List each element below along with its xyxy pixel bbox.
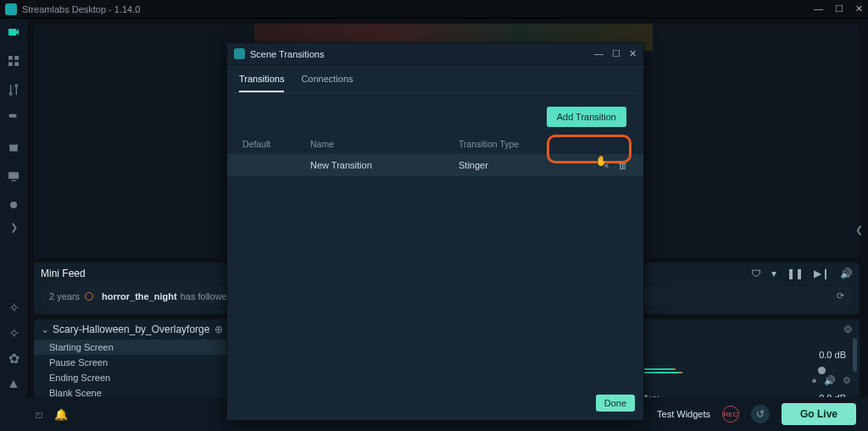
event-age: 2 years xyxy=(49,291,80,301)
done-button[interactable]: Done xyxy=(596,395,635,412)
alerts-icon[interactable] xyxy=(7,112,20,125)
app-logo-icon xyxy=(5,3,17,15)
modal-close-icon[interactable]: ✕ xyxy=(629,48,637,59)
delete-icon[interactable]: 🗑 xyxy=(618,159,628,171)
audio-meter xyxy=(626,368,851,373)
modal-maximize-icon[interactable]: ☐ xyxy=(612,48,620,59)
mute-icon[interactable]: 🔊 xyxy=(824,375,836,386)
store-icon[interactable] xyxy=(7,141,20,154)
tune-icon[interactable] xyxy=(7,83,20,97)
svg-point-6 xyxy=(10,202,17,208)
cursor-icon: ✋ xyxy=(595,155,608,167)
dashboard-icon[interactable] xyxy=(7,54,20,68)
modal-minimize-icon[interactable]: — xyxy=(594,48,604,59)
col-name: Name xyxy=(310,139,459,149)
modal-logo-icon xyxy=(234,48,245,59)
window-maximize-icon[interactable]: ☐ xyxy=(835,3,843,14)
skip-icon[interactable]: ▶❙ xyxy=(814,268,830,279)
add-scene-icon[interactable]: ⊕ xyxy=(214,323,223,335)
profile-icon[interactable]: ▲ xyxy=(7,377,20,390)
window-minimize-icon[interactable]: — xyxy=(814,3,823,14)
modal-title: Scene Transitions xyxy=(250,49,324,59)
mixer-gear-icon[interactable]: ⚙ xyxy=(843,375,851,386)
mixer-scrollbar[interactable] xyxy=(853,338,857,395)
tab-connections[interactable]: Connections xyxy=(301,74,353,92)
col-default: Default xyxy=(242,139,310,149)
add-transition-button[interactable]: Add Transition xyxy=(547,107,626,127)
svg-rect-4 xyxy=(8,172,19,179)
svg-rect-5 xyxy=(11,180,15,181)
link-1-icon[interactable]: ✧ xyxy=(7,301,20,314)
link-2-icon[interactable]: ✧ xyxy=(7,326,20,340)
replay-button[interactable]: ↺ xyxy=(751,405,770,423)
pause-icon[interactable]: ❚❚ xyxy=(787,268,804,279)
volume-icon[interactable]: 🔊 xyxy=(840,268,853,279)
transition-row[interactable]: New Transition Stinger ✎ 🗑 xyxy=(227,154,643,176)
modal-titlebar: Scene Transitions — ☐ ✕ xyxy=(227,43,643,65)
notifications-icon[interactable]: 🔔 xyxy=(54,408,68,421)
test-widgets-button[interactable]: Test Widgets xyxy=(657,409,710,419)
shield-icon[interactable]: 🛡 xyxy=(751,268,761,279)
rail-expand-icon[interactable]: ❯ xyxy=(10,222,18,233)
refresh-icon[interactable]: ⟳ xyxy=(837,290,844,301)
settings-icon[interactable]: ✿ xyxy=(7,351,20,365)
transition-type: Stinger xyxy=(459,160,569,170)
nav-rail-bottom: ✧ ✧ ✿ ▲ xyxy=(0,294,27,397)
gear-icon[interactable]: ⚙ xyxy=(843,323,853,335)
scene-transitions-modal: Scene Transitions — ☐ ✕ Transitions Conn… xyxy=(226,42,644,421)
stats-icon[interactable]: ⏍ xyxy=(36,408,42,421)
mixer-panel: ⚙ 0.0 dB ● 🔊 ⚙ Mic/Aux 0. xyxy=(617,319,860,397)
record-icon[interactable] xyxy=(7,198,20,212)
go-live-button[interactable]: Go Live xyxy=(782,403,856,425)
svg-rect-1 xyxy=(14,56,19,60)
chevron-down-icon[interactable]: ⌄ xyxy=(41,323,49,335)
event-user: horror_the_night xyxy=(102,291,177,301)
svg-rect-3 xyxy=(14,62,19,66)
scene-collection-name[interactable]: Scary-Halloween_by_Overlayforge xyxy=(53,323,209,335)
tab-transitions[interactable]: Transitions xyxy=(239,74,284,92)
svg-rect-2 xyxy=(8,62,13,66)
rightrail-collapse-icon[interactable]: ❮ xyxy=(855,224,863,235)
filter-icon[interactable]: ▾ xyxy=(771,268,776,279)
editor-icon[interactable] xyxy=(7,25,20,39)
record-button[interactable]: REC xyxy=(722,406,739,423)
transition-table-header: Default Name Transition Type xyxy=(227,134,643,154)
follow-ring-icon xyxy=(85,292,93,301)
window-title: Streamlabs Desktop - 1.14.0 xyxy=(22,4,140,14)
transition-name: New Transition xyxy=(310,160,459,170)
widgets-icon[interactable] xyxy=(7,169,20,183)
minifeed-title: Mini Feed xyxy=(41,268,86,279)
mixer-db: 0.0 dB xyxy=(819,350,846,360)
svg-rect-0 xyxy=(8,56,13,60)
mixer-row: Mic/Aux 0.0 dB xyxy=(626,386,851,397)
window-titlebar: Streamlabs Desktop - 1.14.0 — ☐ ✕ xyxy=(0,0,868,19)
mixer-slider-handle-icon[interactable]: ● xyxy=(811,375,817,386)
mixer-row: 0.0 dB xyxy=(626,343,851,367)
col-type: Transition Type xyxy=(459,139,569,149)
window-close-icon[interactable]: ✕ xyxy=(855,3,863,14)
event-action: has followed xyxy=(181,291,232,301)
modal-tabs: Transitions Connections xyxy=(227,65,643,92)
